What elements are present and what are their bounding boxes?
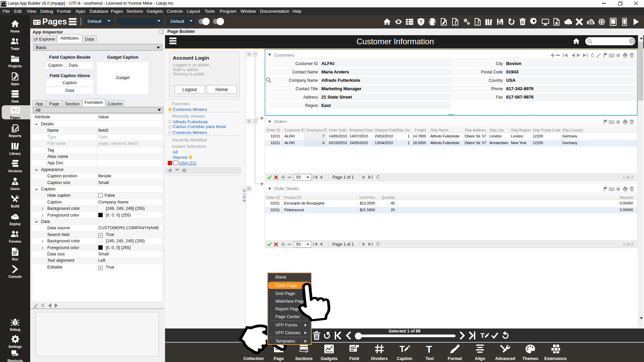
svg-text:T: T xyxy=(454,21,457,25)
svg-text:?: ? xyxy=(477,20,479,25)
svg-text:T: T xyxy=(480,331,485,339)
svg-text:T: T xyxy=(426,344,432,354)
svg-text:?: ? xyxy=(420,19,423,24)
svg-text:T: T xyxy=(399,344,405,354)
